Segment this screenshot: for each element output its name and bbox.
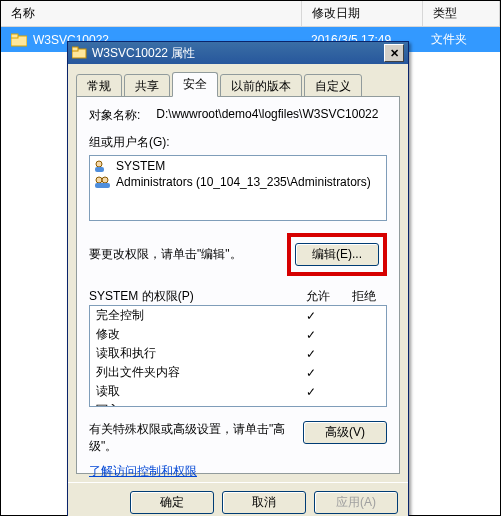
folder-props-icon [72,46,88,60]
check-icon: ✓ [288,328,334,342]
perm-row: 读取✓ [90,382,386,401]
check-icon: ✓ [288,347,334,361]
perm-label: 读取 [96,383,288,400]
properties-dialog: W3SVC10022 属性 ✕ 常规 共享 安全 以前的版本 自定义 对象名称:… [67,41,409,516]
perm-row: 修改✓ [90,325,386,344]
check-icon: ✓ [288,366,334,380]
check-icon: ✓ [288,404,334,408]
perm-label: 读取和执行 [96,345,288,362]
object-name-label: 对象名称: [89,107,140,124]
svg-rect-5 [95,167,104,172]
svg-point-4 [96,161,102,167]
highlight-box: 编辑(E)... [287,233,387,276]
svg-rect-1 [11,34,18,38]
perm-header: SYSTEM 的权限(P) [89,288,295,305]
perm-row: 读取和执行✓ [90,344,386,363]
svg-rect-8 [95,183,110,188]
users-icon [94,175,110,189]
dialog-title: W3SVC10022 属性 [88,45,384,62]
user-icon [94,159,110,173]
list-item[interactable]: Administrators (10_104_13_235\Administra… [92,174,384,190]
advanced-button[interactable]: 高级(V) [303,421,387,444]
col-allow: 允许 [295,288,341,305]
check-icon: ✓ [288,385,334,399]
col-name[interactable]: 名称 [1,1,302,26]
svg-point-7 [102,177,108,183]
object-name-value: D:\wwwroot\demo4\logfiles\W3SVC10022 [156,107,378,124]
close-button[interactable]: ✕ [384,44,404,62]
list-item[interactable]: SYSTEM [92,158,384,174]
titlebar[interactable]: W3SVC10022 属性 ✕ [68,42,408,64]
perm-row: 写入✓ [90,401,386,407]
col-date[interactable]: 修改日期 [302,1,423,26]
svg-point-6 [96,177,102,183]
col-type[interactable]: 类型 [423,1,500,26]
tab-security[interactable]: 安全 [172,72,218,97]
group-listbox[interactable]: SYSTEM Administrators (10_104_13_235\Adm… [89,155,387,221]
col-deny: 拒绝 [341,288,387,305]
advanced-hint: 有关特殊权限或高级设置，请单击"高级"。 [89,421,293,455]
dialog-button-bar: 确定 取消 应用(A) [68,482,408,516]
folder-icon [11,33,27,47]
group-label: 组或用户名(G): [89,134,387,151]
group-name: SYSTEM [116,159,165,173]
perm-row: 列出文件夹内容✓ [90,363,386,382]
check-icon: ✓ [288,309,334,323]
window-root: { "explorer": { "cols": {"name":"名称","da… [0,0,501,516]
perm-label: 列出文件夹内容 [96,364,288,381]
permissions-listbox[interactable]: 完全控制✓ 修改✓ 读取和执行✓ 列出文件夹内容✓ 读取✓ 写入✓ [89,305,387,407]
explorer-columns: 名称 修改日期 类型 [1,1,500,27]
apply-button[interactable]: 应用(A) [314,491,398,514]
svg-rect-3 [72,47,78,51]
perm-label: 修改 [96,326,288,343]
edit-hint: 要更改权限，请单击"编辑"。 [89,246,242,263]
edit-button[interactable]: 编辑(E)... [295,243,379,266]
ok-button[interactable]: 确定 [130,491,214,514]
row-type: 文件夹 [421,27,500,52]
group-name: Administrators (10_104_13_235\Administra… [116,175,371,189]
cancel-button[interactable]: 取消 [222,491,306,514]
perm-row: 完全控制✓ [90,306,386,325]
perm-label: 写入 [96,402,288,407]
tabstrip: 常规 共享 安全 以前的版本 自定义 [76,72,400,97]
security-panel: 对象名称: D:\wwwroot\demo4\logfiles\W3SVC100… [76,96,400,474]
learn-link[interactable]: 了解访问控制和权限 [89,463,197,480]
perm-label: 完全控制 [96,307,288,324]
